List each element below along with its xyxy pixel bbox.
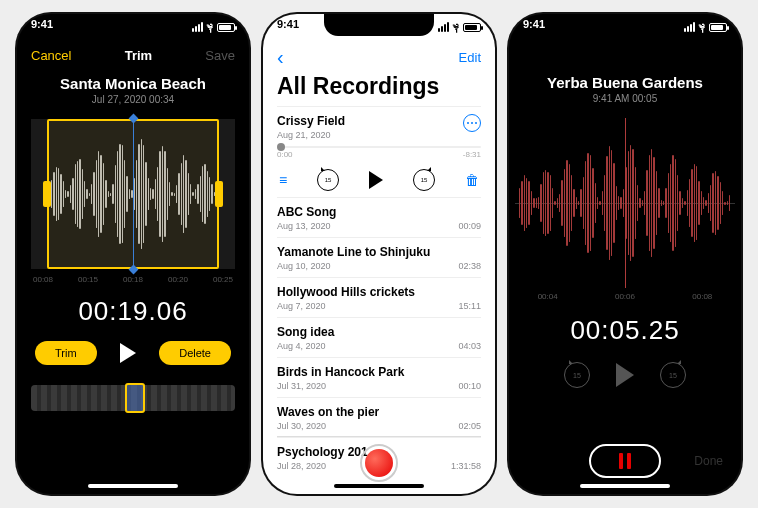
tick: 00:08	[33, 275, 53, 284]
play-button[interactable]	[616, 363, 634, 387]
notch	[78, 14, 188, 36]
elapsed-time: 00:05.25	[509, 315, 741, 346]
row-duration: 02:05	[458, 421, 481, 431]
trim-navbar: Cancel Trim Save	[17, 44, 249, 71]
notch	[570, 14, 680, 36]
tick: 00:08	[692, 292, 712, 301]
wifi-icon: ༆	[207, 21, 213, 33]
playhead[interactable]	[625, 118, 626, 288]
tick: 00:25	[213, 275, 233, 284]
scrub-thumb[interactable]	[277, 143, 285, 151]
scrub-remaining: -8:31	[463, 150, 481, 159]
save-button: Save	[205, 48, 235, 63]
tick: 00:15	[78, 275, 98, 284]
notch	[324, 14, 434, 36]
row-duration: 02:38	[458, 261, 481, 271]
trim-button[interactable]: Trim	[35, 341, 97, 365]
status-time: 9:41	[277, 18, 299, 36]
battery-icon	[709, 23, 727, 32]
row-title: Crissy Field	[277, 114, 481, 128]
battery-icon	[217, 23, 235, 32]
wifi-icon: ༆	[453, 21, 459, 33]
options-icon[interactable]: ≡	[279, 172, 287, 188]
row-duration: 04:03	[458, 341, 481, 351]
recording-row[interactable]: Hollywood Hills cricketsAug 7, 202015:11	[277, 277, 481, 317]
pause-button[interactable]	[589, 444, 661, 478]
waveform[interactable]	[515, 118, 735, 288]
status-time: 9:41	[523, 18, 545, 36]
row-title: Yamanote Line to Shinjuku	[277, 245, 481, 259]
home-indicator[interactable]	[334, 484, 424, 488]
skip-forward-button[interactable]: 15	[660, 362, 686, 388]
edit-button[interactable]: Edit	[459, 50, 481, 65]
recording-row[interactable]: Waves on the pierJul 30, 202002:05	[277, 397, 481, 437]
time-ticks: 00:08 00:15 00:18 00:20 00:25	[17, 275, 249, 284]
trim-handle-left[interactable]	[43, 181, 51, 207]
overview-scrubber[interactable]	[31, 385, 235, 411]
playhead[interactable]	[133, 119, 134, 269]
scrubber[interactable]: 0:00 -8:31	[277, 150, 481, 159]
status-time: 9:41	[31, 18, 53, 36]
row-date: Aug 7, 2020	[277, 301, 326, 311]
signal-icon	[438, 22, 449, 32]
list-navbar: ‹ Edit	[263, 44, 495, 71]
row-duration: 00:09	[458, 221, 481, 231]
recording-row[interactable]: Yamanote Line to ShinjukuAug 10, 202002:…	[277, 237, 481, 277]
waveform-trim[interactable]	[31, 119, 235, 269]
tick: 00:04	[538, 292, 558, 301]
trim-screen: 9:41 ༆ Cancel Trim Save Santa Monica Bea…	[17, 14, 249, 494]
elapsed-time: 00:19.06	[17, 296, 249, 327]
row-date: Aug 21, 2020	[277, 130, 331, 140]
record-button[interactable]	[360, 444, 398, 482]
more-button[interactable]	[463, 114, 481, 132]
row-date: Jul 31, 2020	[277, 381, 326, 391]
recordings-list: Crissy Field Aug 21, 2020 0:00 -8:31 ≡ 1…	[263, 106, 495, 477]
recording-row-expanded[interactable]: Crissy Field Aug 21, 2020 0:00 -8:31 ≡ 1…	[277, 106, 481, 197]
row-date: Aug 10, 2020	[277, 261, 331, 271]
tick: 00:18	[123, 275, 143, 284]
delete-button[interactable]: Delete	[159, 341, 231, 365]
row-duration: 00:10	[458, 381, 481, 391]
row-title: ABC Song	[277, 205, 481, 219]
row-title: Hollywood Hills crickets	[277, 285, 481, 299]
trim-handle-right[interactable]	[215, 181, 223, 207]
skip-back-button[interactable]: 15	[317, 169, 339, 191]
play-button[interactable]	[369, 171, 383, 189]
recording-subtitle: 9:41 AM 00:05	[509, 93, 741, 104]
row-duration: 15:11	[458, 301, 481, 311]
recording-title: Santa Monica Beach	[17, 75, 249, 92]
recording-title: Yerba Buena Gardens	[509, 74, 741, 91]
home-indicator[interactable]	[88, 484, 178, 488]
nav-title: Trim	[125, 48, 152, 63]
tick: 00:06	[615, 292, 635, 301]
home-indicator[interactable]	[580, 484, 670, 488]
wifi-icon: ༆	[699, 21, 705, 33]
row-date: Aug 13, 2020	[277, 221, 331, 231]
row-title: Birds in Hancock Park	[277, 365, 481, 379]
row-title: Waves on the pier	[277, 405, 481, 419]
recording-subtitle: Jul 27, 2020 00:34	[17, 94, 249, 105]
recording-row[interactable]: ABC SongAug 13, 202000:09	[277, 197, 481, 237]
row-date: Jul 30, 2020	[277, 421, 326, 431]
tick: 00:20	[168, 275, 188, 284]
recording-row[interactable]: Birds in Hancock ParkJul 31, 202000:10	[277, 357, 481, 397]
skip-back-button[interactable]: 15	[564, 362, 590, 388]
signal-icon	[684, 22, 695, 32]
overview-window[interactable]	[125, 383, 145, 413]
page-title: All Recordings	[263, 71, 495, 106]
play-button[interactable]	[120, 343, 136, 363]
done-button[interactable]: Done	[694, 454, 723, 468]
row-title: Song idea	[277, 325, 481, 339]
skip-forward-button[interactable]: 15	[413, 169, 435, 191]
record-bar	[263, 436, 495, 482]
row-date: Aug 4, 2020	[277, 341, 326, 351]
back-button[interactable]: ‹	[277, 46, 284, 69]
battery-icon	[463, 23, 481, 32]
signal-icon	[192, 22, 203, 32]
playback-screen: 9:41 ༆ Yerba Buena Gardens 9:41 AM 00:05…	[509, 14, 741, 494]
recordings-list-screen: 9:41 ༆ ‹ Edit All Recordings Crissy Fiel…	[263, 14, 495, 494]
scrub-position: 0:00	[277, 150, 293, 159]
cancel-button[interactable]: Cancel	[31, 48, 71, 63]
trash-icon[interactable]: 🗑	[465, 172, 479, 188]
recording-row[interactable]: Song ideaAug 4, 202004:03	[277, 317, 481, 357]
